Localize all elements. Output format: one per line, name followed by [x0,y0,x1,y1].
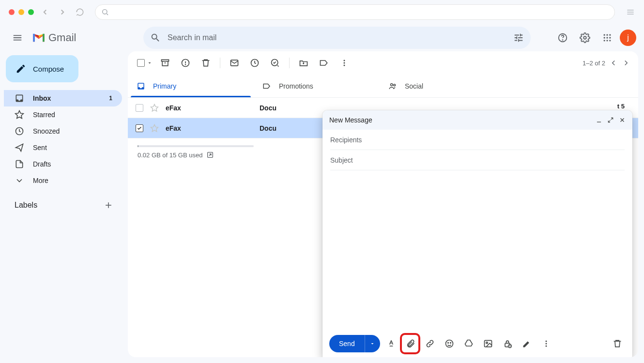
delete-button[interactable] [197,54,215,72]
star-icon[interactable] [150,124,159,133]
svg-point-14 [606,40,608,41]
discard-draft-button[interactable] [609,335,626,352]
search-input[interactable]: Search in mail [143,27,531,49]
tab-social[interactable]: Social [380,75,506,97]
svg-point-30 [394,84,396,86]
main-menu-button[interactable] [8,28,27,47]
file-icon [15,159,24,169]
star-icon[interactable] [150,104,159,112]
compose-window: New Message Recipients Subject Send [322,110,632,357]
svg-point-29 [391,83,393,86]
svg-point-0 [103,10,107,14]
compose-body[interactable] [322,170,632,330]
row-checkbox[interactable] [136,124,143,132]
back-button[interactable] [39,8,51,16]
close-icon[interactable] [619,117,626,123]
insert-drive-button[interactable] [460,335,477,352]
send-icon [15,143,24,152]
svg-point-43 [545,343,547,345]
send-button[interactable]: Send [329,335,365,352]
send-options-button[interactable] [365,335,380,352]
sidebar-item-sent[interactable]: Sent [4,139,122,156]
fullscreen-icon[interactable] [607,117,614,123]
svg-point-7 [604,34,605,36]
search-options-icon[interactable] [513,32,524,43]
insert-signature-button[interactable] [519,335,535,352]
more-options-button[interactable] [538,335,554,352]
compose-button[interactable]: Compose [6,55,78,82]
svg-point-27 [344,62,345,64]
sidebar-item-starred[interactable]: Starred [4,106,122,123]
svg-point-15 [609,40,611,41]
svg-point-9 [609,34,611,36]
labels-button[interactable] [315,54,333,72]
maximize-window-icon[interactable] [28,9,34,15]
confidential-mode-button[interactable] [499,335,516,352]
close-window-icon[interactable] [9,9,15,15]
add-label-button[interactable] [104,200,113,210]
tag-icon [262,82,271,91]
svg-point-5 [563,40,563,40]
svg-point-13 [604,40,605,41]
tab-promotions[interactable]: Promotions [254,75,380,97]
insert-link-button[interactable] [422,335,438,352]
move-to-button[interactable] [294,54,313,72]
apps-button[interactable] [598,28,617,47]
page-range: 1–2 of 2 [583,60,605,67]
archive-button[interactable] [156,54,174,72]
select-all-checkbox[interactable] [136,54,154,72]
help-button[interactable] [553,28,572,47]
browser-menu-icon[interactable] [626,7,635,17]
svg-point-12 [609,37,611,38]
logo[interactable]: Gmail [32,31,138,44]
chevron-down-icon [15,176,24,185]
row-date-partial: t 5 [617,103,625,110]
category-tabs: Primary Promotions Social [128,75,638,98]
app-name: Gmail [48,31,76,44]
people-icon [388,82,397,91]
svg-rect-19 [162,60,169,61]
reload-button[interactable] [74,8,86,16]
pencil-icon [15,63,26,74]
next-page-button[interactable] [622,59,630,67]
settings-button[interactable] [575,28,595,47]
sidebar-item-drafts[interactable]: Drafts [4,156,122,172]
formatting-button[interactable] [383,335,399,352]
compose-label: Compose [33,65,64,73]
minimize-icon[interactable] [596,117,602,123]
window-controls [9,9,34,15]
svg-point-37 [450,343,451,344]
report-spam-button[interactable] [176,54,195,72]
svg-point-10 [604,37,605,38]
more-actions-button[interactable] [335,54,353,72]
prev-page-button[interactable] [609,59,618,67]
inbox-icon [15,93,24,103]
sidebar-item-snoozed[interactable]: Snoozed [4,123,122,139]
tab-primary[interactable]: Primary [128,75,254,97]
avatar[interactable]: j [620,30,636,46]
recipients-field[interactable]: Recipients [330,130,625,150]
mark-unread-button[interactable] [225,54,244,72]
minimize-window-icon[interactable] [18,9,24,15]
svg-point-35 [445,340,453,348]
subject-field[interactable]: Subject [330,150,625,170]
row-checkbox[interactable] [136,104,143,112]
svg-point-6 [583,36,586,39]
star-icon [15,110,24,120]
attach-file-button[interactable] [402,335,419,352]
svg-point-8 [606,34,608,36]
add-task-button[interactable] [266,54,284,72]
open-storage-icon[interactable] [206,151,214,159]
svg-point-42 [545,341,547,342]
sidebar-item-more[interactable]: More [4,172,122,189]
sidebar-item-inbox[interactable]: Inbox 1 [4,90,122,106]
insert-photo-button[interactable] [480,335,496,352]
insert-emoji-button[interactable] [441,335,458,352]
svg-point-44 [545,346,547,347]
browser-bar [0,0,644,24]
compose-footer: Send [322,330,632,357]
snooze-button[interactable] [245,54,264,72]
address-bar[interactable] [95,4,615,20]
search-placeholder: Search in mail [168,33,506,42]
forward-button[interactable] [56,8,69,16]
